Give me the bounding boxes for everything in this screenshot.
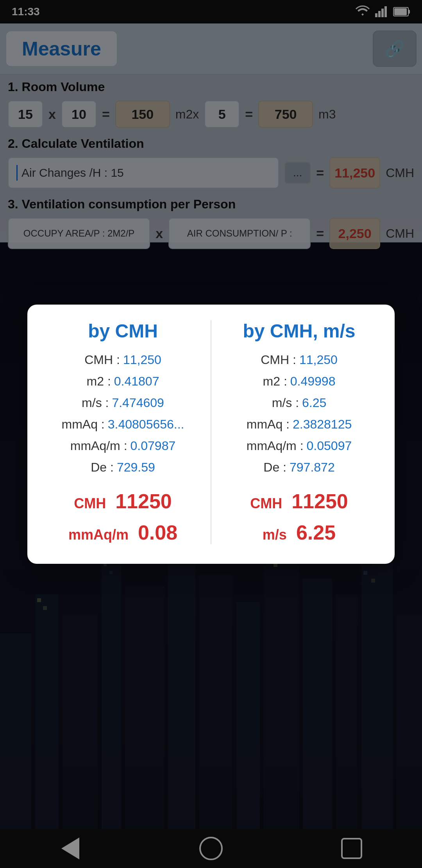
col2-row-ms: m/s : 6.25 (215, 396, 383, 410)
col1-row-mmaq: mmAq : 3.40805656... (39, 417, 207, 432)
col1-ms-label: m/s : (82, 396, 109, 410)
col1-ms-value: 7.474609 (112, 396, 164, 410)
col2-cmh-label: CMH : (261, 353, 296, 367)
col1-summary-value1: 11250 (115, 490, 172, 513)
col2-row-mmaqm: mmAq/m : 0.05097 (215, 439, 383, 453)
col1-summary-label2: mmAq/m (68, 527, 129, 543)
modal-dialog: by CMH CMH : 11,250 m2 : 0.41807 m/s : 7… (27, 305, 395, 564)
col1-row-de: De : 729.59 (39, 460, 207, 475)
col2-summary-label1: CMH (250, 495, 282, 512)
col-divider (211, 320, 211, 544)
col2-summary-value2: 6.25 (296, 521, 336, 544)
col1-de-value: 729.59 (117, 460, 155, 475)
col2-ms-value: 6.25 (302, 396, 326, 410)
col1-summary-cmh: CMH 11250 (39, 490, 207, 513)
modal-col1: by CMH CMH : 11,250 m2 : 0.41807 m/s : 7… (39, 320, 207, 544)
col2-m2-value: 0.49998 (290, 374, 336, 389)
col2-summary-cmh: CMH 11250 (215, 490, 383, 513)
col1-summary-mmaqm: mmAq/m 0.08 (39, 521, 207, 544)
col1-mmaqm-label: mmAq/m : (70, 439, 127, 453)
col1-title: by CMH (88, 320, 158, 342)
col2-row-mmaq: mmAq : 2.3828125 (215, 417, 383, 432)
col2-summary-label2: m/s (263, 527, 287, 543)
col1-row-mmaqm: mmAq/m : 0.07987 (39, 439, 207, 453)
col2-row-cmh: CMH : 11,250 (215, 353, 383, 367)
col1-cmh-value: 11,250 (123, 353, 161, 367)
col2-de-value: 797.872 (290, 460, 335, 475)
col2-mmaq-value: 2.3828125 (293, 417, 352, 432)
col1-m2-label: m2 : (87, 374, 111, 389)
col2-summary-value1: 11250 (291, 490, 348, 513)
col1-summary-label1: CMH (74, 495, 106, 512)
modal-col2: by CMH, m/s CMH : 11,250 m2 : 0.49998 m/… (215, 320, 383, 544)
col2-summary-ms: m/s 6.25 (215, 521, 383, 544)
col2-mmaq-label: mmAq : (247, 417, 290, 432)
col1-mmaq-label: mmAq : (62, 417, 105, 432)
col2-row-m2: m2 : 0.49998 (215, 374, 383, 389)
col2-ms-label: m/s : (272, 396, 299, 410)
col1-summary-value2: 0.08 (138, 521, 177, 544)
col2-mmaqm-label: mmAq/m : (247, 439, 304, 453)
col2-m2-label: m2 : (263, 374, 287, 389)
col1-de-label: De : (91, 460, 114, 475)
col2-cmh-value: 11,250 (299, 353, 338, 367)
modal-columns: by CMH CMH : 11,250 m2 : 0.41807 m/s : 7… (39, 320, 383, 544)
modal-overlay[interactable]: by CMH CMH : 11,250 m2 : 0.41807 m/s : 7… (0, 0, 422, 868)
col2-row-de: De : 797.872 (215, 460, 383, 475)
col1-mmaq-value: 3.40805656... (108, 417, 184, 432)
col1-m2-value: 0.41807 (114, 374, 159, 389)
col1-cmh-label: CMH : (84, 353, 120, 367)
col1-row-m2: m2 : 0.41807 (39, 374, 207, 389)
col2-de-label: De : (263, 460, 286, 475)
col1-mmaqm-value: 0.07987 (131, 439, 176, 453)
col1-row-cmh: CMH : 11,250 (39, 353, 207, 367)
col2-mmaqm-value: 0.05097 (307, 439, 352, 453)
col2-title: by CMH, m/s (243, 320, 355, 342)
col1-row-ms: m/s : 7.474609 (39, 396, 207, 410)
